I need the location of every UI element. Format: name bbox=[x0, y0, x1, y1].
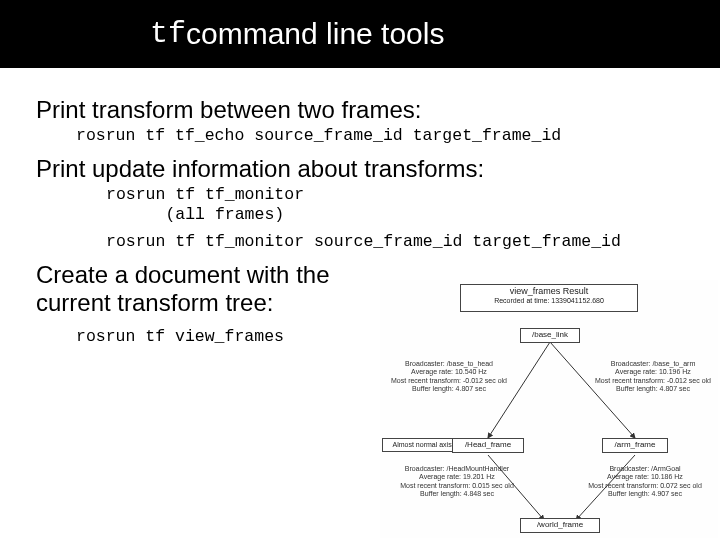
node-world-frame: /world_frame bbox=[520, 518, 600, 533]
section-2-heading: Print update information about transform… bbox=[36, 155, 684, 183]
node-base-link: /base_link bbox=[520, 328, 580, 343]
section-2-command-2: rosrun tf tf_monitor source_frame_id tar… bbox=[106, 232, 684, 253]
diagram-arrows bbox=[380, 280, 718, 538]
edge-label-head: Broadcaster: /HeadMountHandler Average r… bbox=[392, 465, 522, 499]
section-1-heading: Print transform between two frames: bbox=[36, 96, 684, 124]
title-bar: tf command line tools bbox=[0, 0, 720, 68]
title-mono: tf bbox=[150, 17, 186, 51]
section-2-command-1: rosrun tf tf_monitor (all frames) bbox=[106, 185, 684, 226]
section-1-command: rosrun tf tf_echo source_frame_id target… bbox=[76, 126, 684, 147]
node-head-frame: /Head_frame bbox=[452, 438, 524, 453]
diagram-title: view_frames Result bbox=[464, 287, 634, 297]
diagram-title-box: view_frames Result Recorded at time: 133… bbox=[460, 284, 638, 312]
transform-tree-diagram: view_frames Result Recorded at time: 133… bbox=[380, 280, 718, 538]
title-rest: command line tools bbox=[186, 17, 444, 51]
node-arm-frame: /arm_frame bbox=[602, 438, 668, 453]
edge-label-right: Broadcaster: /base_to_arm Average rate: … bbox=[588, 360, 718, 394]
edge-label-left: Broadcaster: /base_to_head Average rate:… bbox=[384, 360, 514, 394]
edge-label-arm: Broadcaster: /ArmGoal Average rate: 10.1… bbox=[580, 465, 710, 499]
diagram-subtitle: Recorded at time: 1339041152.680 bbox=[464, 297, 634, 305]
section-3-heading: Create a document with the current trans… bbox=[36, 261, 336, 318]
